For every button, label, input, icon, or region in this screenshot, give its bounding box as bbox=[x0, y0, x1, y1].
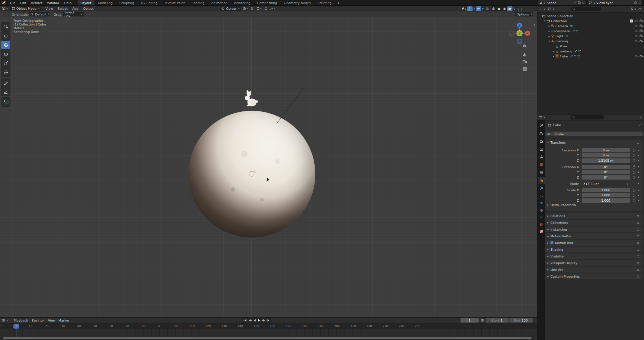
expander-icon[interactable]: ▸ bbox=[552, 55, 555, 58]
properties-tab-world[interactable] bbox=[538, 161, 544, 167]
tab-compositing[interactable]: Compositing bbox=[254, 0, 280, 6]
duplicate-icon[interactable] bbox=[634, 1, 637, 4]
timeline-scrollbar[interactable] bbox=[2, 337, 533, 339]
menu-window[interactable]: Window bbox=[45, 0, 62, 6]
expander-icon[interactable]: ▾ bbox=[548, 40, 551, 43]
animate-dot-icon[interactable] bbox=[638, 166, 639, 167]
snap-settings-button[interactable]: ∨ bbox=[256, 6, 262, 11]
timeline-editor-icon[interactable] bbox=[2, 319, 5, 322]
properties-editor-icon[interactable] bbox=[539, 115, 542, 119]
object-type-visibility-button[interactable]: ∨ bbox=[461, 6, 467, 11]
animate-dot-icon[interactable] bbox=[638, 155, 639, 156]
shading-solid-button[interactable] bbox=[496, 6, 502, 11]
tool-select-box[interactable] bbox=[1, 22, 10, 31]
shading-material-button[interactable] bbox=[502, 6, 507, 11]
jump-to-end-button[interactable] bbox=[266, 319, 271, 323]
options-dropdown[interactable]: Options ∨ bbox=[515, 12, 533, 16]
lock-icon[interactable] bbox=[633, 171, 636, 174]
shading-rendered-button[interactable] bbox=[507, 6, 513, 11]
properties-tab-data[interactable]: ▽ bbox=[538, 214, 544, 220]
duplicate-icon[interactable] bbox=[578, 1, 581, 4]
tab-layout[interactable]: Layout bbox=[77, 0, 94, 6]
expander-icon[interactable]: ▸ bbox=[552, 50, 555, 53]
eye-toggle-icon[interactable] bbox=[634, 34, 638, 38]
eye-toggle-icon[interactable] bbox=[634, 54, 638, 58]
tab-modeling[interactable]: Modeling bbox=[95, 0, 116, 6]
properties-tab-tool[interactable] bbox=[538, 123, 544, 129]
tool-annotate[interactable] bbox=[1, 78, 10, 87]
value-field[interactable]: 1.000 bbox=[582, 193, 630, 197]
tool-measure[interactable] bbox=[1, 87, 10, 96]
close-icon[interactable]: × bbox=[638, 1, 641, 5]
camera-view-icon[interactable] bbox=[523, 60, 527, 64]
menu-edit[interactable]: Edit bbox=[18, 0, 29, 6]
properties-tab-output[interactable] bbox=[538, 138, 544, 145]
expander-icon[interactable]: ▸ bbox=[548, 35, 551, 38]
animate-dot-icon[interactable] bbox=[638, 150, 639, 151]
object-name-field[interactable]: ∨ Cube bbox=[545, 132, 643, 136]
expander-icon[interactable]: ▸ bbox=[548, 30, 551, 33]
value-field[interactable]: 1.000 bbox=[582, 188, 630, 192]
value-field[interactable]: 0° bbox=[582, 170, 630, 174]
panel-drag-handle[interactable] bbox=[637, 215, 641, 217]
outliner-row-camera[interactable]: ▸Camera bbox=[537, 23, 644, 29]
close-icon[interactable]: × bbox=[582, 1, 585, 5]
lock-icon[interactable] bbox=[633, 176, 636, 179]
animate-dot-icon[interactable] bbox=[638, 172, 639, 173]
properties-tab-texture[interactable] bbox=[538, 228, 544, 235]
panel-line-art[interactable]: ▸Line Art bbox=[545, 267, 643, 273]
panel-collections[interactable]: ▸Collections bbox=[545, 220, 643, 226]
viewport-menu-object[interactable]: Object bbox=[81, 6, 96, 11]
tab-scripting[interactable]: Scripting bbox=[314, 0, 334, 6]
next-keyframe-button[interactable] bbox=[262, 319, 266, 323]
outliner-row-metarig[interactable]: ▾metarig bbox=[537, 39, 644, 44]
sidebar-toggle-arrow[interactable]: ◂ bbox=[533, 23, 535, 26]
jump-to-start-button[interactable] bbox=[243, 319, 247, 323]
camera-toggle-icon[interactable] bbox=[639, 39, 643, 43]
current-frame-field[interactable]: 1 bbox=[461, 318, 479, 323]
pin-icon[interactable] bbox=[573, 1, 577, 4]
timeline-menu-marker[interactable]: Marker bbox=[56, 318, 72, 323]
viewport-menu-select[interactable]: Select bbox=[55, 6, 70, 11]
panel-drag-handle[interactable] bbox=[637, 235, 641, 237]
panel-drag-handle[interactable] bbox=[637, 262, 641, 264]
value-field[interactable]: 0° bbox=[582, 165, 630, 169]
panel-shading[interactable]: ▸Shading bbox=[545, 247, 643, 252]
animate-dot-icon[interactable] bbox=[638, 160, 639, 161]
panel-drag-handle[interactable] bbox=[637, 275, 641, 278]
bunny-object[interactable] bbox=[243, 90, 259, 107]
outliner-row-pose[interactable]: Pose bbox=[537, 44, 644, 49]
previous-keyframe-button[interactable] bbox=[248, 319, 252, 323]
lock-icon[interactable] bbox=[633, 165, 636, 168]
expand-region-arrow[interactable]: ▸ bbox=[1, 324, 2, 327]
panel-drag-handle[interactable] bbox=[637, 141, 641, 144]
chevron-down-icon[interactable]: ∨ bbox=[552, 7, 554, 10]
camera-toggle-icon[interactable] bbox=[639, 24, 643, 28]
properties-tab-material[interactable] bbox=[538, 221, 544, 228]
tool-move[interactable] bbox=[1, 41, 10, 49]
eye-toggle-icon[interactable] bbox=[634, 19, 638, 23]
outliner-row-cube[interactable]: ▸▽Cube▽ bbox=[537, 54, 644, 59]
panel-drag-handle[interactable] bbox=[637, 228, 641, 231]
value-field[interactable]: 0° bbox=[582, 175, 630, 180]
navigation-gizmo[interactable]: Z X Y bbox=[508, 18, 531, 44]
tool-cursor[interactable] bbox=[1, 32, 10, 40]
outliner-row-collection[interactable]: ▾Collection✓ bbox=[537, 18, 644, 23]
outliner-display-mode-icon[interactable] bbox=[539, 7, 542, 11]
shading-dropdown[interactable]: ∨ bbox=[514, 7, 516, 10]
viewport-menu-add[interactable]: Add bbox=[70, 6, 80, 11]
show-overlays-button[interactable] bbox=[476, 6, 481, 11]
eye-toggle-icon[interactable] bbox=[634, 24, 638, 28]
viewport-menu-view[interactable]: View bbox=[43, 6, 56, 11]
panel-drag-handle[interactable] bbox=[637, 222, 641, 224]
value-field[interactable]: 0 m bbox=[582, 148, 630, 152]
panel-relations[interactable]: ▸Relations bbox=[545, 213, 643, 219]
lock-icon[interactable] bbox=[633, 154, 636, 157]
zoom-view-icon[interactable] bbox=[523, 44, 527, 48]
panel-drag-handle[interactable] bbox=[637, 269, 641, 271]
tool-rotate[interactable] bbox=[1, 50, 10, 58]
outliner-filter-mode-icon[interactable] bbox=[548, 7, 551, 11]
frame-start-field[interactable]: Start 1 bbox=[486, 318, 508, 323]
animate-dot-icon[interactable] bbox=[638, 177, 639, 178]
panel-drag-handle[interactable] bbox=[637, 242, 641, 244]
